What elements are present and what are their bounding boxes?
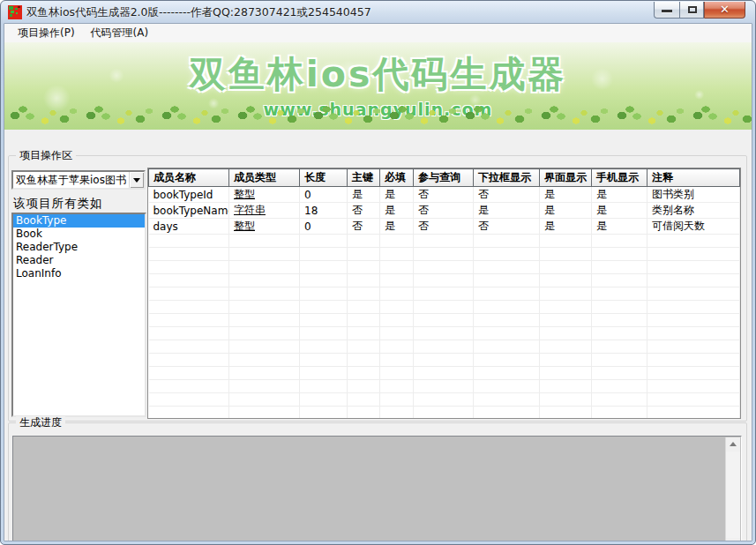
list-item-book[interactable]: Book	[13, 228, 145, 241]
member-grid: 成员名称 成员类型 长度 主键 必填 参与查询 下拉框显示 界面显示 手机显示 …	[147, 168, 741, 419]
window-client: 项目操作(P) 代码管理(A) 双鱼林ios代码生成器 www.shuangyu…	[4, 23, 752, 541]
col-header-type[interactable]: 成员类型	[229, 169, 300, 187]
menu-item-project[interactable]: 项目操作(P)	[10, 24, 83, 42]
cell[interactable]: 否	[414, 219, 474, 235]
col-header-dropdown[interactable]: 下拉框显示	[474, 169, 540, 187]
progress-group-title: 生成进度	[16, 416, 65, 429]
cell[interactable]: 否	[348, 219, 380, 235]
cell[interactable]: 是	[380, 219, 414, 235]
menu-item-code[interactable]: 代码管理(A)	[83, 24, 157, 42]
banner: 双鱼林ios代码生成器 www.shuangyulin.com	[4, 42, 752, 130]
title-bar[interactable]: 双鱼林ios代码生成器2.0版--------作者QQ:287307421或25…	[4, 2, 752, 23]
grid-empty-row	[149, 274, 740, 287]
cell[interactable]: 否	[414, 187, 474, 203]
project-group-title: 项目操作区	[16, 149, 76, 162]
cell[interactable]: 字符串	[229, 203, 300, 219]
cell[interactable]: 可借阅天数	[647, 219, 740, 235]
class-list-label: 该项目所有类如	[13, 196, 103, 212]
col-header-mobiledisplay[interactable]: 手机显示	[592, 169, 647, 187]
grid-empty-row	[149, 301, 740, 314]
cell[interactable]: 是	[348, 187, 380, 203]
cell[interactable]: 整型	[229, 187, 300, 203]
cell[interactable]: 否	[474, 187, 540, 203]
close-icon: ✕	[705, 3, 745, 16]
grid-empty-row	[149, 354, 740, 367]
grid-empty-row	[149, 261, 740, 274]
grid-empty-row	[149, 327, 740, 340]
app-window: 双鱼林ios代码生成器2.0版--------作者QQ:287307421或25…	[0, 0, 756, 545]
cell[interactable]: 是	[540, 203, 592, 219]
col-header-length[interactable]: 长度	[300, 169, 348, 187]
col-header-name[interactable]: 成员名称	[149, 169, 229, 187]
close-button[interactable]: ✕	[704, 2, 745, 19]
grid-row[interactable]: bookTypeName 字符串 18 否 是 否 是 是 是 类别名称	[149, 203, 740, 219]
caption-buttons: ✕	[654, 2, 745, 19]
grid-empty-row	[149, 248, 740, 261]
clover-decoration	[4, 100, 752, 130]
maximize-button[interactable]	[679, 2, 704, 19]
scroll-up-button[interactable]	[726, 437, 740, 452]
list-item-booktype[interactable]: BookType	[13, 214, 145, 228]
grid-empty-row	[149, 367, 740, 380]
cell[interactable]: 整型	[229, 219, 300, 235]
list-item-loaninfo[interactable]: LoanInfo	[13, 267, 145, 280]
table-filler-body	[149, 235, 740, 420]
cell[interactable]: 是	[592, 219, 647, 235]
cell[interactable]: 是	[540, 187, 592, 203]
cell[interactable]: bookTypeId	[149, 187, 229, 203]
project-groupbox: 项目操作区 双鱼林基于苹果ios图书 该项目所有类如 BookType Book…	[8, 155, 747, 422]
scroll-down-button[interactable]	[726, 538, 740, 541]
cell[interactable]: 类别名称	[647, 203, 740, 219]
cell[interactable]: days	[149, 219, 229, 235]
cell[interactable]: 是	[592, 187, 647, 203]
col-header-required[interactable]: 必填	[380, 169, 414, 187]
minimize-button[interactable]	[654, 2, 679, 19]
cell[interactable]: 0	[300, 219, 348, 235]
banner-title: 双鱼林ios代码生成器	[4, 50, 752, 99]
cell[interactable]: 是	[474, 203, 540, 219]
menu-bar: 项目操作(P) 代码管理(A)	[4, 24, 752, 42]
cell[interactable]: 18	[300, 203, 348, 219]
main-area: 项目操作区 双鱼林基于苹果ios图书 该项目所有类如 BookType Book…	[4, 152, 752, 541]
cell[interactable]: 是	[380, 187, 414, 203]
progress-output[interactable]	[12, 436, 742, 541]
cell[interactable]: 否	[348, 203, 380, 219]
cell[interactable]: bookTypeName	[149, 203, 229, 219]
cell[interactable]: 图书类别	[647, 187, 740, 203]
window-title: 双鱼林ios代码生成器2.0版--------作者QQ:287307421或25…	[26, 5, 371, 20]
col-header-primarykey[interactable]: 主键	[348, 169, 380, 187]
grid-empty-row	[149, 380, 740, 393]
grid-empty-row	[149, 340, 740, 354]
cell[interactable]: 是	[380, 203, 414, 219]
maximize-icon	[688, 6, 697, 13]
cell[interactable]: 否	[474, 219, 540, 235]
project-combobox[interactable]: 双鱼林基于苹果ios图书	[11, 170, 146, 190]
progress-groupbox: 生成进度	[8, 422, 747, 541]
scroll-up-icon	[730, 442, 737, 446]
grid-empty-row	[149, 235, 740, 248]
cell[interactable]: 0	[300, 187, 348, 203]
list-item-readertype[interactable]: ReaderType	[13, 241, 145, 254]
cell[interactable]: 是	[592, 203, 647, 219]
project-combobox-value: 双鱼林基于苹果ios图书	[13, 173, 129, 188]
col-header-comment[interactable]: 注释	[647, 169, 740, 187]
grid-empty-row	[149, 287, 740, 301]
cell[interactable]: 是	[540, 219, 592, 235]
cell[interactable]: 否	[414, 203, 474, 219]
minimize-icon	[662, 10, 672, 12]
col-header-uidisplay[interactable]: 界面显示	[540, 169, 592, 187]
grid-row[interactable]: days 整型 0 否 是 否 否 是 是 可借阅天数	[149, 219, 740, 235]
progress-scrollbar[interactable]	[725, 437, 740, 541]
app-icon[interactable]	[8, 5, 22, 19]
chevron-down-icon	[133, 178, 140, 183]
class-listbox[interactable]: BookType Book ReaderType Reader LoanInfo	[11, 213, 146, 417]
combo-dropdown-button[interactable]	[129, 172, 144, 188]
grid-empty-row	[149, 393, 740, 407]
col-header-query[interactable]: 参与查询	[414, 169, 474, 187]
grid-empty-row	[149, 407, 740, 420]
list-item-reader[interactable]: Reader	[13, 254, 145, 267]
grid-row[interactable]: bookTypeId 整型 0 是 是 否 否 是 是 图书类别	[149, 187, 740, 203]
grid-empty-row	[149, 314, 740, 327]
grid-header-row: 成员名称 成员类型 长度 主键 必填 参与查询 下拉框显示 界面显示 手机显示 …	[149, 169, 740, 187]
